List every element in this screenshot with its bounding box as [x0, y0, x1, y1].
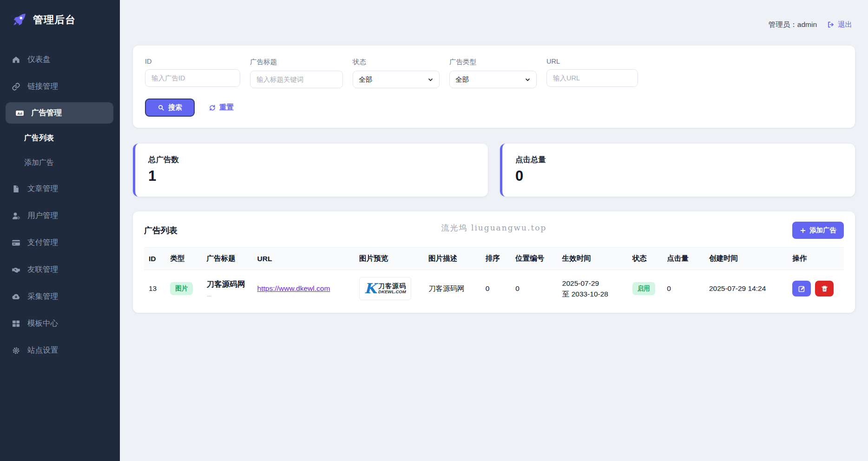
- sidebar-item-articles[interactable]: 文章管理: [0, 178, 120, 200]
- effective-from: 2025-07-29: [562, 278, 623, 289]
- ad-icon: Ad: [15, 108, 24, 118]
- ad-title-ellipsis: ...: [207, 291, 248, 298]
- filter-status-label: 状态: [353, 58, 440, 66]
- logout-link[interactable]: 退出: [827, 20, 852, 30]
- sidebar-item-label: 用户管理: [27, 211, 58, 221]
- sidebar-item-label: 支付管理: [27, 237, 58, 248]
- svg-text:Ad: Ad: [17, 111, 22, 115]
- sidebar-item-collection[interactable]: 采集管理: [0, 285, 120, 308]
- sidebar-item-links[interactable]: 链接管理: [0, 75, 120, 98]
- dkewl-logo-en: DKEWL.COM: [378, 290, 406, 294]
- app-title: 管理后台: [33, 13, 76, 27]
- handshake-icon: [11, 265, 20, 274]
- col-created-at: 创建时间: [704, 248, 788, 270]
- rocket-icon: [11, 12, 27, 28]
- sidebar-item-users[interactable]: 用户管理: [0, 204, 120, 227]
- table-header-row: ID 类型 广告标题 URL 图片预览 图片描述 排序 位置编号 生效时间 状态…: [144, 248, 844, 270]
- reset-button[interactable]: 重置: [209, 103, 234, 112]
- cell-status: 启用: [628, 270, 662, 308]
- search-icon: [158, 104, 164, 111]
- stat-cards: 总广告数 1 点击总量 0: [133, 144, 855, 197]
- cell-created-at: 2025-07-29 14:24: [704, 270, 788, 308]
- ad-image-preview[interactable]: K 刀客源码 DKEWL.COM: [359, 277, 411, 300]
- sidebar-item-ads[interactable]: Ad 广告管理: [6, 102, 113, 124]
- col-url: URL: [253, 248, 355, 270]
- trash-icon: [821, 285, 829, 293]
- dkewl-logo-text: 刀客源码 DKEWL.COM: [378, 283, 406, 295]
- main-content: 管理员：admin 退出 ID 广告标题 状态 全部: [120, 0, 868, 461]
- sidebar-item-label: 链接管理: [27, 81, 58, 92]
- effective-to: 至 2033-10-28: [562, 289, 623, 299]
- ad-url-link[interactable]: https://www.dkewl.com: [257, 284, 330, 292]
- sidebar-item-templates[interactable]: 模板中心: [0, 312, 120, 335]
- sidebar: 管理后台 仪表盘 链接管理 Ad 广告管理: [0, 0, 120, 461]
- ad-title-text: 刀客源码网: [207, 279, 248, 290]
- cell-position: 0: [511, 270, 558, 308]
- sidebar-item-friend-links[interactable]: 友联管理: [0, 258, 120, 281]
- ad-list-panel: 广告列表 流光坞 liuguangwu.top 添加广告 ID: [133, 211, 855, 313]
- delete-button[interactable]: [815, 281, 834, 296]
- col-id: ID: [144, 248, 165, 270]
- cell-sort: 0: [481, 270, 511, 308]
- search-button-label: 搜索: [168, 103, 182, 112]
- sidebar-subitem-add-ad[interactable]: 添加广告: [0, 153, 120, 173]
- cell-clicks: 0: [662, 270, 704, 308]
- stat-value: 0: [515, 168, 842, 184]
- filter-type-label: 广告类型: [449, 58, 537, 66]
- sidebar-item-payments[interactable]: 支付管理: [0, 231, 120, 254]
- cloud-download-icon: [11, 292, 20, 301]
- col-clicks: 点击量: [662, 248, 704, 270]
- ad-table: ID 类型 广告标题 URL 图片预览 图片描述 排序 位置编号 生效时间 状态…: [144, 247, 844, 307]
- sidebar-item-label: 仪表盘: [27, 54, 51, 65]
- sidebar-item-label: 文章管理: [27, 184, 58, 194]
- watermark-text: 流光坞 liuguangwu.top: [144, 223, 844, 233]
- status-badge: 启用: [632, 282, 655, 295]
- logout-label: 退出: [838, 20, 852, 30]
- filter-field-status: 状态 全部: [353, 58, 440, 88]
- search-button[interactable]: 搜索: [145, 99, 195, 117]
- filter-id-label: ID: [145, 58, 240, 65]
- stat-card-total-ads: 总广告数 1: [133, 144, 488, 197]
- status-select-value: 全部: [359, 75, 372, 84]
- sidebar-item-label: 采集管理: [27, 291, 58, 302]
- chevron-down-icon: [525, 77, 531, 83]
- table-title: 广告列表: [144, 225, 178, 236]
- add-ad-button[interactable]: 添加广告: [792, 222, 844, 239]
- gear-icon: [11, 346, 20, 355]
- table-row: 13 图片 刀客源码网 ... https://www.dkewl.com: [144, 270, 844, 308]
- cell-image-preview: K 刀客源码 DKEWL.COM: [355, 270, 424, 308]
- logout-icon: [827, 21, 835, 28]
- add-ad-button-label: 添加广告: [809, 226, 836, 235]
- stat-value: 1: [148, 168, 475, 184]
- link-icon: [11, 82, 20, 91]
- sidebar-item-dashboard[interactable]: 仪表盘: [0, 48, 120, 71]
- filter-url-label: URL: [546, 58, 638, 65]
- sidebar-subitem-label: 添加广告: [24, 158, 54, 166]
- type-badge: 图片: [170, 282, 193, 295]
- home-icon: [11, 55, 20, 64]
- stat-label: 总广告数: [148, 155, 475, 165]
- cell-id: 13: [144, 270, 165, 308]
- dkewl-logo-cn: 刀客源码: [378, 283, 406, 290]
- col-actions: 操作: [788, 248, 844, 270]
- status-select[interactable]: 全部: [353, 71, 440, 88]
- col-type: 类型: [165, 248, 202, 270]
- edit-button[interactable]: [792, 281, 811, 296]
- grid-icon: [11, 319, 20, 328]
- ad-title-input[interactable]: [250, 71, 343, 88]
- sidebar-item-label: 友联管理: [27, 264, 58, 275]
- ad-id-input[interactable]: [145, 69, 240, 87]
- ad-type-select-value: 全部: [455, 75, 469, 84]
- sidebar-item-site-settings[interactable]: 站点设置: [0, 339, 120, 362]
- ad-type-select[interactable]: 全部: [449, 71, 537, 88]
- refresh-icon: [209, 104, 216, 112]
- cell-effective-time: 2025-07-29 至 2033-10-28: [558, 270, 628, 308]
- url-input[interactable]: [546, 69, 638, 87]
- filter-field-title: 广告标题: [250, 58, 343, 88]
- cell-actions: [788, 270, 844, 308]
- sidebar-subitem-label: 广告列表: [24, 134, 54, 142]
- dkewl-logo-mark: K: [364, 282, 376, 296]
- sidebar-subitem-ad-list[interactable]: 广告列表: [0, 128, 120, 148]
- admin-user-label: 管理员：admin: [769, 20, 817, 30]
- file-icon: [11, 184, 20, 193]
